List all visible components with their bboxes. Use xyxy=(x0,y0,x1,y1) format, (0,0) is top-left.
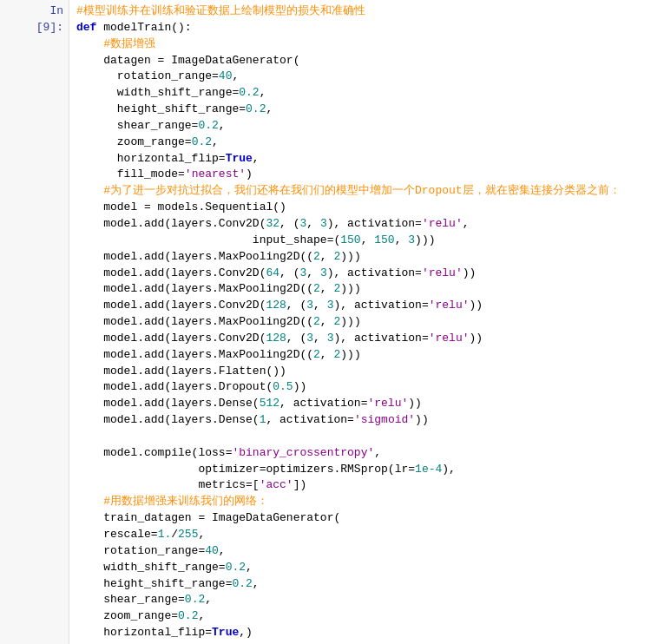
code-line: model.add(layers.Conv2D(32, (3, 3), acti… xyxy=(76,216,646,233)
code-line: #模型训练并在训练和验证数据上绘制模型的损失和准确性 xyxy=(76,3,646,20)
code-line: model.compile(loss='binary_crossentropy'… xyxy=(76,445,646,462)
code-line: rotation_range=40, xyxy=(76,69,646,85)
code-line: model.add(layers.Conv2D(128, (3, 3), act… xyxy=(76,298,646,314)
code-line: zoom_range=0.2, xyxy=(76,135,646,151)
code-line: fill_mode='nearest') xyxy=(76,167,646,183)
code-line: model.add(layers.Dense(1, activation='si… xyxy=(76,412,646,429)
code-line: def modelTrain(): xyxy=(76,20,646,36)
code-line: rescale=1./255, xyxy=(76,527,646,543)
code-line: height_shift_range=0.2, xyxy=(76,576,646,593)
code-line: horizontal_flip=True, xyxy=(76,151,646,168)
code-line: #数据增强 xyxy=(76,36,646,53)
code-line: width_shift_range=0.2, xyxy=(76,85,646,102)
code-line: shear_range=0.2, xyxy=(76,592,646,608)
cell-label-num: [9]: xyxy=(36,20,63,36)
code-line: input_shape=(150, 150, 3))) xyxy=(76,233,646,249)
code-line: height_shift_range=0.2, xyxy=(76,102,646,118)
code-line: model.add(layers.Dense(512, activation='… xyxy=(76,396,646,412)
code-line: train_datagen = ImageDataGenerator( xyxy=(76,510,646,527)
code-line: model = models.Sequential() xyxy=(76,200,646,216)
code-line: horizontal_flip=True,) xyxy=(76,625,646,641)
code-line: model.add(layers.Conv2D(64, (3, 3), acti… xyxy=(76,266,646,282)
notebook-cell: In [9]: #模型训练并在训练和验证数据上绘制模型的损失和准确性 def m… xyxy=(0,0,651,644)
code-line: model.add(layers.MaxPooling2D((2, 2))) xyxy=(76,314,646,331)
code-line: model.add(layers.MaxPooling2D((2, 2))) xyxy=(76,249,646,266)
code-line: zoom_range=0.2, xyxy=(76,608,646,625)
code-line: metrics=['acc']) xyxy=(76,477,646,494)
code-line: #为了进一步对抗过拟合，我们还将在我们们的模型中增加一个Dropout层，就在密… xyxy=(76,183,646,200)
cell-label-in: In xyxy=(49,3,63,20)
code-line: model.add(layers.Dropout(0.5)) xyxy=(76,379,646,396)
cell-gutter: In [9]: xyxy=(0,0,69,644)
code-line: shear_range=0.2, xyxy=(76,118,646,135)
code-line: model.add(layers.Flatten()) xyxy=(76,364,646,380)
code-line xyxy=(76,429,646,445)
code-line: model.add(layers.MaxPooling2D((2, 2))) xyxy=(76,347,646,364)
code-line: model.add(layers.MaxPooling2D((2, 2))) xyxy=(76,281,646,298)
code-line: optimizer=optimizers.RMSprop(lr=1e-4), xyxy=(76,462,646,478)
code-line: #用数据增强来训练我们的网络： xyxy=(76,494,646,510)
code-line: model.add(layers.Conv2D(128, (3, 3), act… xyxy=(76,331,646,347)
cell-content: #模型训练并在训练和验证数据上绘制模型的损失和准确性 def modelTrai… xyxy=(69,0,651,644)
code-line: rotation_range=40, xyxy=(76,543,646,560)
code-line: datagen = ImageDataGenerator( xyxy=(76,53,646,69)
code-line: width_shift_range=0.2, xyxy=(76,560,646,576)
